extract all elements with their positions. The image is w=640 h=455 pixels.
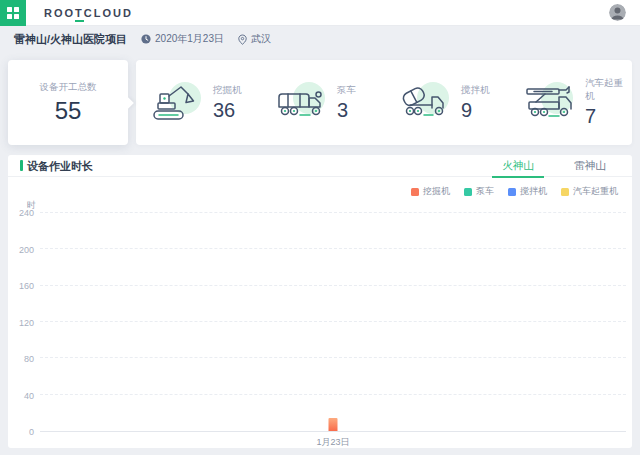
stat-value: 3 — [337, 99, 356, 122]
project-date: 2020年1月23日 — [141, 32, 224, 46]
truck-crane-icon — [522, 81, 578, 123]
legend-item-挖掘机[interactable]: 挖掘机 — [411, 185, 450, 198]
y-tick-label: 160 — [8, 281, 34, 291]
legend-swatch — [508, 188, 516, 196]
rootcloud-logo: ROOTCLOUD — [44, 7, 133, 19]
stat-label: 搅拌机 — [461, 84, 490, 97]
y-tick-label: 80 — [8, 354, 34, 364]
x-tick-label: 1月23日 — [316, 436, 349, 449]
topbar: ROOTCLOUD — [0, 0, 640, 26]
pump-truck-icon — [274, 81, 326, 123]
tab-huoshenshan[interactable]: 火神山 — [482, 155, 554, 177]
site-tabs: 火神山 雷神山 — [482, 155, 626, 177]
date-label: 2020年1月23日 — [155, 32, 224, 46]
excavator-icon — [150, 81, 198, 123]
card-pointer-arrow — [121, 96, 134, 109]
legend-label: 搅拌机 — [520, 185, 547, 198]
x-axis-ticks: 1月23日 — [40, 432, 626, 448]
bar-group — [329, 213, 338, 431]
stat-item-truck-crane[interactable]: 汽车起重机 7 — [508, 60, 632, 145]
logo-part: CLOUD — [84, 7, 133, 19]
app-grid-button[interactable] — [0, 0, 26, 26]
location-label: 武汉 — [251, 32, 271, 46]
project-title: 雷神山/火神山医院项目 — [14, 32, 127, 47]
stat-value: 7 — [585, 105, 632, 128]
logo-part: ROO — [44, 7, 75, 19]
y-tick-label: 240 — [8, 208, 34, 218]
stat-value: 36 — [213, 99, 242, 122]
mixer-truck-icon — [398, 81, 450, 123]
stat-value: 9 — [461, 99, 490, 122]
total-value: 55 — [55, 97, 82, 125]
stat-label: 挖掘机 — [213, 84, 242, 97]
y-tick-label: 40 — [8, 391, 34, 401]
avatar-image — [609, 4, 626, 21]
chart-title: 设备作业时长 — [20, 159, 93, 174]
tab-leishenshan[interactable]: 雷神山 — [554, 155, 626, 177]
stat-label: 汽车起重机 — [585, 77, 632, 103]
equipment-stats-panel: 挖掘机 36 泵车 3 — [136, 60, 632, 145]
legend-item-泵车[interactable]: 泵车 — [464, 185, 494, 198]
y-tick-label: 0 — [8, 427, 34, 437]
stat-label: 泵车 — [337, 84, 356, 97]
stat-item-mixer-truck[interactable]: 搅拌机 9 — [384, 60, 508, 145]
total-label: 设备开工总数 — [40, 81, 97, 94]
logo-part-underlined: T — [75, 7, 84, 22]
stat-item-pump-truck[interactable]: 泵车 3 — [260, 60, 384, 145]
legend-label: 挖掘机 — [423, 185, 450, 198]
breadcrumb-bar: 雷神山/火神山医院项目 2020年1月23日 武汉 — [0, 27, 640, 51]
user-avatar[interactable] — [609, 4, 626, 21]
total-equipment-card[interactable]: 设备开工总数 55 — [8, 60, 128, 145]
chart-panel-header: 设备作业时长 火神山 雷神山 — [8, 155, 632, 177]
clock-icon — [141, 34, 151, 44]
y-axis-ticks: 04080120160200240 — [8, 213, 34, 432]
legend-label: 汽车起重机 — [573, 185, 618, 198]
legend-swatch — [411, 188, 419, 196]
legend-item-汽车起重机[interactable]: 汽车起重机 — [561, 185, 618, 198]
project-location: 武汉 — [238, 32, 271, 46]
y-tick-label: 200 — [8, 245, 34, 255]
stat-item-excavator[interactable]: 挖掘机 36 — [136, 60, 260, 145]
legend-swatch — [464, 188, 472, 196]
legend-label: 泵车 — [476, 185, 494, 198]
chart-legend: 挖掘机泵车搅拌机汽车起重机 — [411, 185, 618, 198]
location-pin-icon — [238, 34, 247, 45]
bar-挖掘机[interactable] — [329, 418, 338, 431]
y-tick-label: 120 — [8, 318, 34, 328]
bar-chart: 时 04080120160200240 1月23日 — [8, 199, 632, 448]
legend-item-搅拌机[interactable]: 搅拌机 — [508, 185, 547, 198]
chart-panel: 设备作业时长 火神山 雷神山 挖掘机泵车搅拌机汽车起重机 时 040801201… — [8, 155, 632, 448]
grid-icon — [7, 7, 19, 19]
chart-plot — [40, 213, 626, 432]
legend-swatch — [561, 188, 569, 196]
